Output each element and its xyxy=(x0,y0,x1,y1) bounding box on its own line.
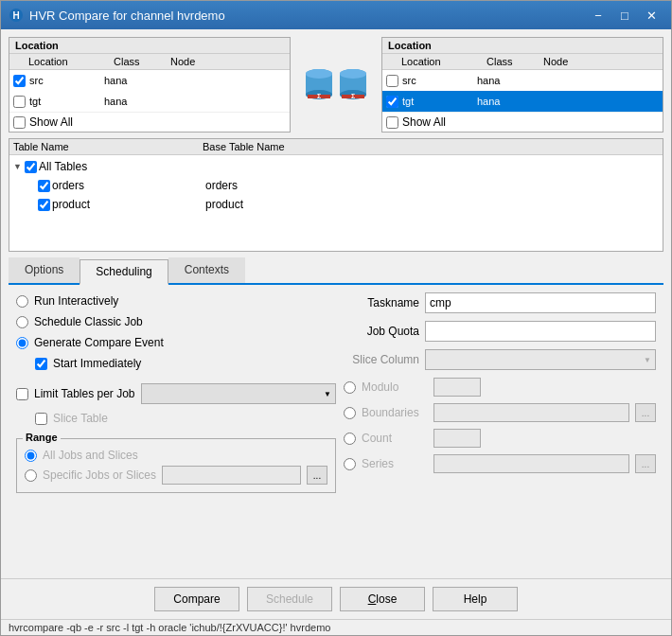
boundaries-browse-button[interactable]: ... xyxy=(635,403,656,422)
tab-bar: Options Scheduling Contexts xyxy=(9,257,663,285)
slice-table-label: Slice Table xyxy=(53,412,108,425)
all-tables-checkbox[interactable] xyxy=(25,161,37,173)
left-location-header: Location xyxy=(9,38,290,54)
bottom-bar: Compare Schedule Close Help xyxy=(1,578,671,619)
target-db-icon: Σ xyxy=(338,66,368,104)
tab-scheduling[interactable]: Scheduling xyxy=(80,259,168,285)
right-col-class: Class xyxy=(486,56,543,67)
schedule-button[interactable]: Schedule xyxy=(247,587,332,611)
location-row: Location Location Class Node src hana xyxy=(9,37,663,132)
series-browse-button[interactable]: ... xyxy=(635,454,656,473)
boundaries-label: Boundaries xyxy=(362,406,428,419)
right-location-table-body: src hana tgt hana xyxy=(382,70,663,112)
series-row: Series ... xyxy=(344,454,656,473)
run-interactively-radio[interactable] xyxy=(16,295,28,308)
status-text: hvrcompare -qb -e -r src -l tgt -h oracl… xyxy=(9,622,330,633)
window-title: HVR Compare for channel hvrdemo xyxy=(29,9,580,23)
db-icons-group: Σ Σ xyxy=(304,66,368,104)
count-label: Count xyxy=(362,432,428,445)
start-immediately-checkbox[interactable] xyxy=(35,358,47,370)
specific-jobs-slices-label: Specific Jobs or Slices xyxy=(43,468,156,482)
right-col-node: Node xyxy=(543,56,600,67)
schedule-classic-job-radio[interactable] xyxy=(16,316,28,328)
specific-jobs-browse-button[interactable]: ... xyxy=(307,466,327,485)
left-location-row-1: tgt hana xyxy=(9,91,290,112)
modulo-input[interactable] xyxy=(433,378,481,397)
orders-table-name: orders xyxy=(52,179,203,192)
help-button[interactable]: Help xyxy=(433,587,518,611)
count-radio[interactable] xyxy=(344,433,356,445)
svg-text:Σ: Σ xyxy=(317,93,321,99)
right-location-row-1: tgt hana xyxy=(382,91,663,112)
tab-options[interactable]: Options xyxy=(9,257,80,283)
limit-tables-checkbox[interactable] xyxy=(16,388,28,400)
tree-row-product: product product xyxy=(9,195,663,214)
close-window-button[interactable]: ✕ xyxy=(639,6,663,25)
specific-jobs-input[interactable] xyxy=(162,466,301,485)
center-icons: Σ Σ xyxy=(298,37,374,132)
modulo-label: Modulo xyxy=(362,380,428,394)
all-jobs-slices-radio[interactable] xyxy=(25,450,37,462)
left-location-cell-1: tgt xyxy=(29,96,100,107)
minimize-button[interactable]: − xyxy=(586,6,610,25)
maximize-button[interactable]: □ xyxy=(612,6,637,25)
tab-contexts[interactable]: Contexts xyxy=(168,257,245,283)
close-button[interactable]: Close xyxy=(340,587,425,611)
left-location-row-0: src hana xyxy=(9,70,290,91)
taskname-label: Taskname xyxy=(344,296,419,309)
right-location-checkbox-0[interactable] xyxy=(386,75,398,87)
orders-checkbox[interactable] xyxy=(38,180,50,192)
left-location-checkbox-1[interactable] xyxy=(13,96,26,108)
series-input[interactable] xyxy=(433,454,629,473)
run-interactively-row: Run Interactively xyxy=(16,292,336,309)
left-location-cell-0: src xyxy=(29,75,100,86)
orders-base-name: orders xyxy=(205,179,238,192)
left-col-location: Location xyxy=(28,56,114,67)
product-checkbox[interactable] xyxy=(38,199,50,211)
tree-row-orders: orders orders xyxy=(9,176,663,195)
main-window: H HVR Compare for channel hvrdemo − □ ✕ … xyxy=(0,0,672,636)
start-immediately-label: Start Immediately xyxy=(53,357,141,370)
modulo-radio[interactable] xyxy=(344,381,356,394)
start-immediately-row: Start Immediately xyxy=(16,355,336,372)
tabs-section: Options Scheduling Contexts Run Interact… xyxy=(9,257,663,571)
slice-column-label: Slice Column xyxy=(344,353,419,366)
job-quota-input[interactable] xyxy=(425,321,656,342)
boundaries-input[interactable] xyxy=(433,403,629,422)
source-db-icon: Σ xyxy=(304,66,334,104)
right-location-checkbox-1[interactable] xyxy=(386,96,398,108)
svg-text:H: H xyxy=(12,10,19,21)
job-quota-label: Job Quota xyxy=(344,325,419,338)
slice-table-checkbox[interactable] xyxy=(35,413,47,425)
compare-button[interactable]: Compare xyxy=(154,587,239,611)
left-class-cell-0: hana xyxy=(104,75,161,86)
all-jobs-slices-label: All Jobs and Slices xyxy=(43,449,138,462)
slice-column-row: Slice Column ▼ xyxy=(344,349,656,370)
expand-icon-all[interactable]: ▼ xyxy=(13,162,23,171)
taskname-input[interactable] xyxy=(425,292,656,313)
svg-point-11 xyxy=(340,69,366,79)
series-radio[interactable] xyxy=(344,458,356,470)
right-location-row-0: src hana xyxy=(382,70,663,91)
right-location-cell-0: src xyxy=(402,75,473,86)
boundaries-radio[interactable] xyxy=(344,407,356,419)
count-input[interactable] xyxy=(433,429,481,448)
specific-jobs-slices-radio[interactable] xyxy=(25,469,37,482)
series-label: Series xyxy=(362,457,428,470)
right-location-header: Location xyxy=(382,38,663,54)
left-location-checkbox-0[interactable] xyxy=(13,75,26,87)
tree-row-all-tables: ▼ All Tables xyxy=(9,157,663,176)
generate-compare-event-radio[interactable] xyxy=(16,337,28,349)
right-show-all-checkbox[interactable] xyxy=(386,116,398,129)
window-controls: − □ ✕ xyxy=(586,6,663,25)
slice-column-dropdown[interactable]: ▼ xyxy=(425,349,656,370)
right-class-cell-0: hana xyxy=(477,75,534,86)
schedule-classic-job-row: Schedule Classic Job xyxy=(16,313,336,330)
tab-content-scheduling: Run Interactively Schedule Classic Job G… xyxy=(9,285,663,571)
tables-column-headers: Table Name Base Table Name xyxy=(9,139,663,155)
left-column: Run Interactively Schedule Classic Job G… xyxy=(16,292,336,563)
limit-tables-dropdown[interactable]: ▼ xyxy=(141,383,337,404)
right-show-all-label: Show All xyxy=(402,115,446,129)
left-show-all-checkbox[interactable] xyxy=(13,116,26,129)
modulo-row: Modulo xyxy=(344,378,656,397)
